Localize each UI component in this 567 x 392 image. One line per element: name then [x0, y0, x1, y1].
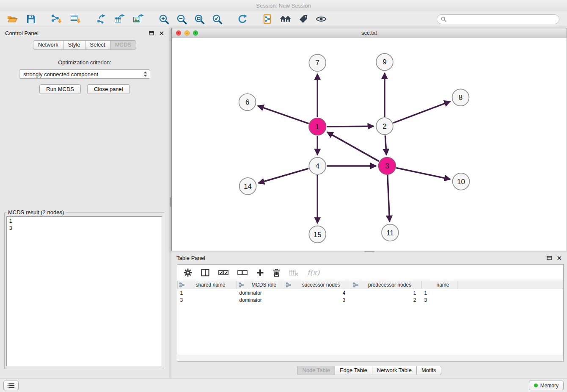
window-titlebar: Session: New Session [0, 0, 567, 11]
table-cell[interactable]: 3 [422, 296, 457, 304]
tab-style[interactable]: Style [63, 40, 85, 50]
export-network-button[interactable] [94, 13, 108, 25]
graph-edge-1-6[interactable] [258, 106, 308, 124]
column-header-mcds-role[interactable]: MCDS role [237, 281, 284, 289]
open-session-button[interactable] [5, 13, 19, 25]
criterion-dropdown[interactable]: strongly connected component [19, 69, 150, 79]
zoom-in-button[interactable] [157, 13, 171, 25]
graph-edge-4-14[interactable] [259, 168, 309, 183]
memory-label: Memory [540, 383, 559, 389]
table-toolbar: f(x) [177, 265, 563, 281]
table-cell[interactable]: 2 [351, 296, 422, 304]
open-folder-icon [7, 15, 18, 23]
apply-layout-button[interactable] [235, 13, 250, 25]
tab-network-table[interactable]: Network Table [372, 366, 417, 375]
tab-select[interactable]: Select [85, 40, 110, 50]
zoom-out-icon [176, 14, 187, 25]
task-history-button[interactable] [3, 381, 19, 390]
column-header-successor-nodes[interactable]: successor nodes [284, 281, 351, 289]
export-table-button[interactable] [113, 13, 127, 25]
graph-edge-1-2[interactable] [327, 126, 374, 127]
table-cell[interactable]: 3 [284, 296, 351, 304]
graph-node-label: 9 [383, 58, 386, 66]
show-columns-icon[interactable] [201, 269, 209, 276]
deselect-all-icon[interactable] [237, 270, 248, 276]
column-header-shared-name[interactable]: shared name [178, 281, 237, 289]
zoom-fit-button[interactable] [192, 13, 206, 25]
network-window-titlebar[interactable]: × − + scc.txt [172, 28, 567, 38]
column-attribute-icon [239, 282, 244, 287]
table-cell[interactable]: 4 [284, 289, 351, 297]
table-panel-title: Table Panel [176, 255, 205, 261]
graph-edge-3-10[interactable] [396, 168, 450, 179]
graph-edge-2-8[interactable] [393, 101, 450, 123]
tab-edge-table[interactable]: Edge Table [335, 366, 372, 375]
mcds-result-box: MCDS result (2 nodes) 13 [4, 209, 164, 369]
search-field[interactable] [437, 14, 559, 24]
control-panel-header: Control Panel ✕ [0, 27, 169, 39]
graph-node-label: 3 [385, 162, 389, 170]
network-canvas[interactable]: 7968124314101511 [172, 38, 567, 251]
export-image-button[interactable] [131, 13, 146, 25]
graph-node-label: 7 [316, 59, 319, 67]
column-header-name[interactable]: name [422, 281, 457, 289]
table-tabbar: Node Table Edge Table Network Table Moti… [297, 366, 441, 375]
delete-column-icon[interactable] [273, 268, 280, 277]
column-header-predecessor-nodes[interactable]: predecessor nodes [351, 281, 422, 289]
import-network-button[interactable] [49, 13, 63, 25]
tab-network[interactable]: Network [33, 40, 63, 50]
mcds-result-title: MCDS result (2 nodes) [6, 209, 66, 215]
table-cell[interactable]: 1 [422, 289, 457, 297]
memory-button[interactable]: Memory [529, 381, 564, 390]
table-panel-header: Table Panel ✕ [171, 252, 567, 263]
mcds-result-list[interactable]: 13 [6, 216, 162, 366]
main-toolbar [0, 11, 567, 27]
tab-motifs[interactable]: Motifs [416, 366, 441, 375]
export-network-icon [96, 14, 107, 24]
refresh-icon [237, 14, 248, 24]
show-hide-button[interactable] [314, 13, 328, 25]
table-horizontal-scrollbar[interactable] [177, 355, 563, 361]
table-cell[interactable]: 1 [178, 289, 237, 297]
select-all-icon[interactable] [218, 270, 228, 276]
close-panel-button[interactable]: Close panel [87, 84, 130, 94]
table-cell[interactable]: dominator [237, 296, 284, 304]
save-session-button[interactable] [24, 13, 38, 25]
close-table-panel-icon[interactable]: ✕ [556, 255, 562, 261]
mcds-result-item[interactable]: 1 [7, 218, 162, 225]
table-settings-gear-icon[interactable] [184, 268, 192, 277]
table-header-row: shared name MCDS role successor nodes [178, 281, 563, 289]
graph-edge-3-11[interactable] [388, 175, 390, 222]
table-row[interactable]: 3dominator323 [178, 296, 563, 304]
table-cell[interactable]: dominator [237, 289, 284, 297]
float-table-icon[interactable] [547, 256, 552, 260]
home-view-button[interactable] [278, 13, 293, 25]
table-cell[interactable]: 1 [351, 289, 422, 297]
clone-network-button[interactable] [261, 13, 275, 25]
annotations-button[interactable] [296, 13, 311, 25]
tab-node-table[interactable]: Node Table [297, 366, 335, 375]
float-window-icon[interactable] [149, 31, 154, 36]
zoom-selected-button[interactable] [210, 13, 224, 25]
search-icon [441, 17, 446, 22]
graph-edge-3-1[interactable] [327, 132, 379, 161]
run-mcds-button[interactable]: Run MCDS [39, 84, 81, 94]
export-image-icon [133, 14, 144, 24]
status-bar: Memory [0, 378, 567, 392]
graph-edge-2-3[interactable] [385, 135, 386, 155]
node-table: shared name MCDS role successor nodes [177, 281, 563, 304]
tab-mcds[interactable]: MCDS [110, 40, 136, 50]
close-panel-icon[interactable]: ✕ [159, 30, 164, 36]
network-view-window: × − + scc.txt 7968124314101511 [171, 28, 567, 251]
zoom-out-button[interactable] [174, 13, 189, 25]
table-empty-area [177, 304, 563, 355]
mcds-result-item[interactable]: 3 [7, 225, 162, 232]
table-cell-filler [457, 289, 563, 297]
import-table-button[interactable] [69, 13, 83, 25]
table-cell[interactable]: 3 [178, 296, 237, 304]
table-row[interactable]: 1dominator411 [178, 289, 563, 297]
search-input[interactable] [449, 16, 555, 22]
add-column-icon[interactable] [256, 269, 264, 276]
graph-node-label: 14 [244, 182, 252, 190]
optimization-criterion-label: Optimization criterion: [0, 59, 169, 66]
